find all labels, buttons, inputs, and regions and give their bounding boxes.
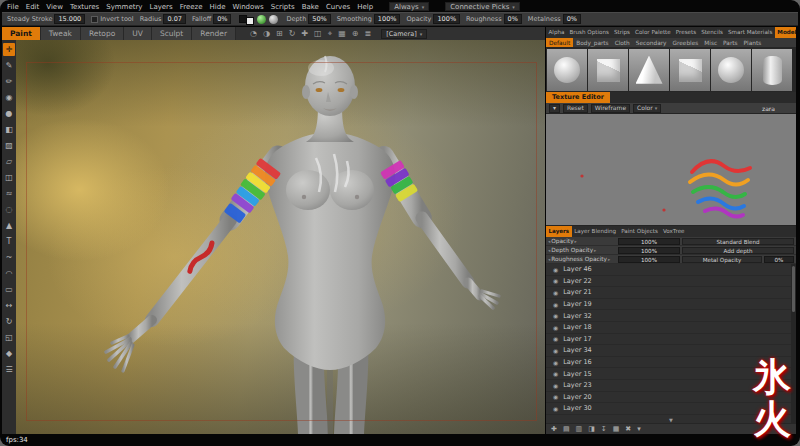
layer-row[interactable]: ◉Layer 46 — [546, 264, 796, 276]
texture-editor-canvas[interactable] — [546, 114, 796, 226]
menu-item-layers[interactable]: Layers — [149, 3, 172, 11]
visibility-eye-icon[interactable]: ◉ — [553, 335, 558, 342]
menu-item-bake[interactable]: Bake — [302, 3, 319, 11]
eraser-tool[interactable]: ▱ — [3, 155, 15, 168]
smoothing-value[interactable]: 100% — [374, 14, 401, 24]
always-dropdown[interactable]: Always ▾ — [389, 2, 429, 11]
roughness-opacity-slider[interactable]: 100% — [618, 256, 680, 263]
mode-tab-uv[interactable]: UV — [124, 27, 152, 40]
steady-stroke-value[interactable]: 15.000 — [54, 14, 85, 24]
viewport-icon-5[interactable]: ◫ — [314, 27, 322, 40]
category-cloth[interactable]: Cloth — [612, 38, 633, 48]
text-tool[interactable]: T — [3, 235, 15, 248]
mode-tab-render[interactable]: Render — [192, 27, 236, 40]
layers-toolbar-icon-7[interactable]: ▾ — [637, 425, 641, 433]
viewport-icon-7[interactable]: ▦ — [338, 27, 346, 40]
mode-tab-sculpt[interactable]: Sculpt — [152, 27, 192, 40]
category-plants[interactable]: Plants — [741, 38, 765, 48]
tab-models[interactable]: Models — [775, 27, 796, 38]
layers-toolbar-icon-5[interactable]: ▦ — [613, 425, 620, 433]
menu-item-curves[interactable]: Curves — [326, 3, 350, 11]
scrollbar-thumb[interactable] — [792, 266, 795, 312]
category-secondary[interactable]: Secondary — [633, 38, 670, 48]
roughness-value[interactable]: 0% — [504, 14, 522, 24]
tab-color-palette[interactable]: Color Palette — [633, 27, 674, 38]
model-thumb-sphere-0[interactable] — [547, 49, 587, 91]
metal-opacity-slider[interactable]: 0% — [764, 256, 794, 263]
curve-tool[interactable]: ~ — [3, 251, 15, 264]
mode-tab-tweak[interactable]: Tweak — [41, 27, 81, 40]
tab-alpha[interactable]: Alpha — [546, 27, 567, 38]
visibility-eye-icon[interactable]: ◉ — [553, 359, 558, 366]
layers-toolbar-icon-1[interactable]: ▤ — [563, 425, 570, 433]
model-thumb-cone-2[interactable] — [629, 49, 669, 91]
mode-tab-retopo[interactable]: Retopo — [81, 27, 124, 40]
model-thumb-cylinder-5[interactable] — [752, 49, 792, 91]
layer-row[interactable]: ◉Layer 18 — [546, 322, 796, 334]
viewport-icon-3[interactable]: ↻ — [289, 27, 296, 40]
blur-tool[interactable]: ◌ — [3, 203, 15, 216]
falloff-value[interactable]: 0% — [213, 14, 231, 24]
slider-left-icon[interactable]: ◂ — [548, 239, 550, 244]
tab-voxtree[interactable]: VoxTree — [660, 226, 687, 237]
menu-item-view[interactable]: View — [46, 3, 63, 11]
depth-blend-dropdown[interactable]: Add depth — [682, 247, 794, 254]
menu-item-file[interactable]: File — [7, 3, 19, 11]
brush-tool[interactable]: ✎ — [3, 59, 15, 72]
category-parts[interactable]: Parts — [720, 38, 740, 48]
depth-value[interactable]: 50% — [308, 14, 330, 24]
slider-right-icon[interactable]: ▸ — [594, 248, 596, 253]
menu-item-scripts[interactable]: Scripts — [271, 3, 295, 11]
reset-button[interactable]: Reset — [563, 104, 588, 113]
texture-editor-menu-button[interactable]: ▾ — [549, 104, 560, 113]
visibility-eye-icon[interactable]: ◉ — [553, 347, 558, 354]
scroll-down-icon[interactable]: ▼ — [669, 417, 673, 423]
visibility-eye-icon[interactable]: ◉ — [553, 370, 558, 377]
viewport-icon-1[interactable]: ◑ — [263, 27, 270, 40]
visibility-eye-icon[interactable]: ◉ — [553, 393, 558, 400]
pencil-tool[interactable]: ✏ — [3, 75, 15, 88]
menu-item-freeze[interactable]: Freeze — [180, 3, 203, 11]
visibility-eye-icon[interactable]: ◉ — [553, 301, 558, 308]
tab-layer-blending[interactable]: Layer Blending — [572, 226, 619, 237]
viewport-3d[interactable] — [16, 40, 545, 434]
visibility-eye-icon[interactable]: ◉ — [553, 382, 558, 389]
model-thumb-sphere-4[interactable] — [711, 49, 751, 91]
viewport-icon-4[interactable]: ✚ — [301, 27, 308, 40]
visibility-eye-icon[interactable]: ◉ — [553, 289, 558, 296]
transform-tool[interactable]: ✛ — [3, 43, 15, 56]
airbrush-tool[interactable]: ◉ — [3, 91, 15, 104]
options-tool[interactable]: ☰ — [3, 363, 15, 376]
layer-row[interactable]: ◉Layer 19 — [546, 299, 796, 311]
menu-item-textures[interactable]: Textures — [70, 3, 99, 11]
viewport-icon-0[interactable]: ◔ — [250, 27, 257, 40]
model-thumb-cube-3[interactable] — [670, 49, 710, 91]
tab-strips[interactable]: Strips — [611, 27, 632, 38]
model-thumb-cube-1[interactable] — [588, 49, 628, 91]
secondary-color-swatch[interactable] — [246, 17, 254, 25]
category-default[interactable]: Default — [546, 38, 573, 48]
visibility-eye-icon[interactable]: ◉ — [553, 324, 558, 331]
slider-left-icon[interactable]: ◂ — [548, 257, 550, 262]
fill-tool[interactable]: ◧ — [3, 123, 15, 136]
tab-smart-materials[interactable]: Smart Materials — [725, 27, 774, 38]
layer-row[interactable]: ◉Layer 22 — [546, 276, 796, 288]
category-misc[interactable]: Misc — [701, 38, 720, 48]
connective-picks-dropdown[interactable]: Connective Picks ▾ — [445, 2, 520, 11]
layers-toolbar-icon-4[interactable]: ↧ — [601, 425, 607, 433]
invert-tool-checkbox[interactable] — [91, 16, 98, 23]
visibility-eye-icon[interactable]: ◉ — [553, 405, 558, 412]
menu-item-symmetry[interactable]: Symmetry — [106, 3, 142, 11]
metalness-value[interactable]: 0% — [563, 14, 581, 24]
viewport-icon-2[interactable]: ⊞ — [276, 27, 283, 40]
rect-select-tool[interactable]: ▭ — [3, 283, 15, 296]
slider-right-icon[interactable]: ▸ — [575, 239, 577, 244]
viewport-icon-8[interactable]: ⊕ — [352, 27, 359, 40]
menu-item-edit[interactable]: Edit — [26, 3, 40, 11]
blend-mode-dropdown[interactable]: Standard Blend — [682, 238, 794, 245]
smudge-tool[interactable]: ≈ — [3, 187, 15, 200]
rotate-tool[interactable]: ↻ — [3, 315, 15, 328]
sphere-tool[interactable]: ● — [3, 107, 15, 120]
color-sphere-icon[interactable] — [257, 15, 266, 24]
tab-presets[interactable]: Presets — [673, 27, 698, 38]
